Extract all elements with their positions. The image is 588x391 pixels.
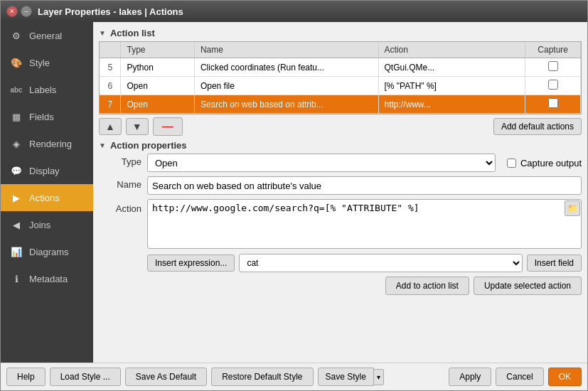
sidebar-item-rendering[interactable]: ◈ Rendering: [1, 130, 93, 157]
row-action: QtGui.QMe...: [378, 58, 525, 77]
row-num: 5: [100, 58, 121, 77]
sidebar-label-style: Style: [29, 58, 50, 68]
row-type: Open: [121, 95, 194, 114]
cat-select[interactable]: cat dog: [239, 254, 522, 272]
row-action: [% "PATH" %]: [378, 77, 525, 95]
cancel-button[interactable]: Cancel: [496, 368, 543, 386]
capture-output-label: Capture output: [520, 158, 582, 168]
insert-expression-button[interactable]: Insert expression...: [147, 255, 235, 272]
ok-button[interactable]: OK: [548, 368, 582, 386]
col-type: Type: [121, 42, 194, 58]
save-as-default-button[interactable]: Save As Default: [125, 368, 207, 386]
capture-checkbox[interactable]: [548, 80, 558, 90]
action-buttons-row: Add to action list Update selected actio…: [99, 277, 582, 295]
labels-icon: abc: [9, 82, 23, 97]
load-style-button[interactable]: Load Style ...: [50, 368, 121, 386]
sidebar-label-labels: Labels: [29, 85, 56, 95]
action-properties-title: Action properties: [110, 140, 187, 151]
display-icon: 💬: [9, 164, 23, 178]
actions-icon: ▶: [9, 191, 23, 205]
table-row[interactable]: 7 Open Search on web based on attrib... …: [100, 95, 581, 114]
sidebar-label-metadata: Metadata: [29, 274, 68, 284]
delete-action-button[interactable]: —: [153, 117, 183, 136]
row-num: 6: [100, 77, 121, 95]
sidebar-label-actions: Actions: [29, 193, 60, 203]
metadata-icon: ℹ: [9, 272, 23, 286]
joins-icon: ◀: [9, 218, 23, 232]
action-table: Type Name Action Capture 5 Python Clicke…: [100, 42, 581, 114]
save-style-dropdown-button[interactable]: ▾: [374, 369, 384, 385]
row-name: Open file: [194, 77, 378, 95]
action-textarea[interactable]: [147, 199, 582, 249]
expression-row: Insert expression... cat dog Insert fiel…: [147, 254, 582, 272]
capture-row: Capture output: [507, 158, 582, 168]
update-selected-action-button[interactable]: Update selected action: [474, 277, 582, 295]
right-panel: ▼ Action list Type Name Action Capture: [93, 22, 587, 363]
add-to-action-list-button[interactable]: Add to action list: [385, 277, 469, 295]
name-input[interactable]: [147, 176, 582, 195]
window-title: Layer Properties - lakes | Actions: [38, 6, 183, 17]
close-btn[interactable]: ✕: [6, 6, 18, 17]
gear-icon: ⚙: [9, 28, 23, 43]
capture-checkbox[interactable]: [548, 61, 558, 71]
table-row[interactable]: 5 Python Clicked coordinates (Run featu.…: [100, 58, 581, 77]
help-button[interactable]: Help: [6, 368, 46, 386]
folder-button[interactable]: 📁: [565, 200, 580, 216]
col-capture: Capture: [525, 42, 581, 58]
title-bar: ✕ – Layer Properties - lakes | Actions: [1, 1, 587, 22]
save-style-button[interactable]: Save Style: [318, 368, 374, 386]
window-controls: ✕ –: [6, 6, 32, 17]
action-props-collapse-arrow[interactable]: ▼: [99, 141, 106, 149]
action-properties-header: ▼ Action properties: [99, 140, 582, 151]
sidebar-item-diagrams[interactable]: 📊 Diagrams: [1, 238, 93, 265]
apply-button[interactable]: Apply: [449, 368, 491, 386]
sidebar-item-style[interactable]: 🎨 Style: [1, 49, 93, 76]
sidebar: ⚙ General 🎨 Style abc Labels ▦ Fields ◈ …: [1, 22, 93, 363]
action-textarea-wrapper: 📁: [147, 199, 582, 251]
action-properties-section: ▼ Action properties Type Open Generic Py…: [99, 140, 582, 357]
row-capture: [525, 77, 581, 95]
style-icon: 🎨: [9, 55, 23, 70]
name-label: Name: [99, 176, 141, 190]
row-type: Python: [121, 58, 194, 77]
sidebar-item-actions[interactable]: ▶ Actions: [1, 184, 93, 211]
insert-field-button[interactable]: Insert field: [527, 255, 582, 272]
row-num: 7: [100, 95, 121, 114]
action-label: Action: [99, 199, 141, 214]
sidebar-item-joins[interactable]: ◀ Joins: [1, 211, 93, 238]
sidebar-item-fields[interactable]: ▦ Fields: [1, 103, 93, 130]
sidebar-item-metadata[interactable]: ℹ Metadata: [1, 265, 93, 292]
sidebar-label-display: Display: [29, 166, 60, 176]
row-name: Search on web based on attrib...: [194, 95, 378, 114]
row-capture: [525, 58, 581, 77]
table-row[interactable]: 6 Open Open file [% "PATH" %]: [100, 77, 581, 95]
add-default-actions-button[interactable]: Add default actions: [493, 118, 582, 135]
action-list-section: ▼ Action list Type Name Action Capture: [99, 28, 582, 136]
name-row: [147, 176, 582, 195]
sidebar-item-labels[interactable]: abc Labels: [1, 76, 93, 103]
type-label: Type: [99, 154, 141, 167]
type-row: Open Generic Python Mac Windows Unix Cap…: [147, 154, 582, 172]
sidebar-item-display[interactable]: 💬 Display: [1, 157, 93, 184]
col-name: Name: [194, 42, 378, 58]
col-num: [100, 42, 121, 58]
row-capture: [525, 95, 581, 114]
action-table-wrapper: Type Name Action Capture 5 Python Clicke…: [99, 41, 582, 114]
diagrams-icon: 📊: [9, 245, 23, 259]
sidebar-label-joins: Joins: [29, 220, 50, 230]
table-controls: ▲ ▼ — Add default actions: [99, 117, 582, 136]
restore-default-button[interactable]: Restore Default Style: [211, 368, 313, 386]
main-content: ⚙ General 🎨 Style abc Labels ▦ Fields ◈ …: [1, 22, 587, 363]
minimize-btn[interactable]: –: [21, 6, 32, 17]
sidebar-item-general[interactable]: ⚙ General: [1, 22, 93, 49]
move-up-button[interactable]: ▲: [99, 118, 122, 135]
move-down-button[interactable]: ▼: [126, 118, 149, 135]
action-list-collapse-arrow[interactable]: ▼: [99, 29, 106, 37]
type-select[interactable]: Open Generic Python Mac Windows Unix: [147, 154, 496, 172]
properties-grid: Type Open Generic Python Mac Windows Uni…: [99, 154, 582, 251]
capture-checkbox[interactable]: [548, 98, 558, 108]
main-window: ✕ – Layer Properties - lakes | Actions ⚙…: [0, 0, 588, 391]
save-style-group: Save Style ▾: [318, 368, 384, 386]
action-list-header: ▼ Action list: [99, 28, 582, 38]
capture-output-checkbox[interactable]: [507, 159, 516, 168]
